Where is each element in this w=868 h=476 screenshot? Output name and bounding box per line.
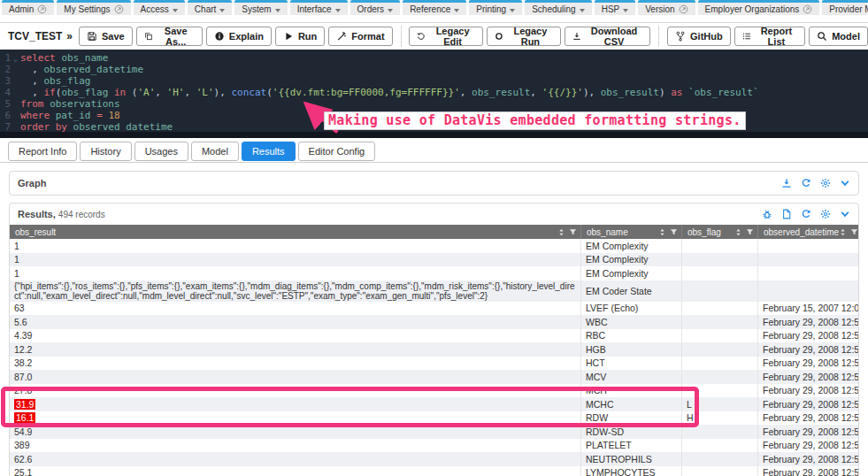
top-nav-tab[interactable]: My Settings <box>57 0 130 15</box>
cell-obs-flag <box>681 315 757 329</box>
tab-usages[interactable]: Usages <box>134 142 188 161</box>
editor-scroll-strip <box>0 132 868 138</box>
line-number: 6 <box>0 110 11 121</box>
cell-obs-result: 1 <box>10 253 580 267</box>
debug-icon[interactable] <box>762 209 772 219</box>
cell-obs-result: 38.2 <box>10 357 580 371</box>
button-label: Legacy Run <box>508 26 553 47</box>
top-nav-tab[interactable]: Version <box>638 0 695 15</box>
save-button[interactable]: Save <box>79 27 133 46</box>
chevron-down-icon[interactable] <box>840 178 850 188</box>
model-button[interactable]: Model <box>809 27 868 46</box>
column-header-obs_flag[interactable]: obs_flag <box>681 225 757 239</box>
sql-editor[interactable]: 1⌄select obs_name2 , observed_datetime3 … <box>0 50 868 138</box>
gear-icon[interactable] <box>820 209 831 219</box>
cell-obs-name: MCV <box>580 370 681 384</box>
line-number: 4 <box>0 87 11 98</box>
format-button[interactable]: Format <box>328 27 392 46</box>
top-nav-tab[interactable]: Orders <box>350 0 401 15</box>
filter-icon[interactable] <box>670 228 678 236</box>
top-nav-tab[interactable]: Interface <box>290 0 348 15</box>
refresh-icon[interactable] <box>801 178 811 188</box>
download-icon <box>572 31 581 42</box>
top-nav-tab[interactable]: Employer Organizations <box>698 0 820 15</box>
cell-observed-datetime: February 29, 2008 12:58 PM <box>757 329 858 343</box>
chevron-down-icon <box>275 9 280 12</box>
cell-observed-datetime: February 29, 2008 12:58 PM <box>757 370 858 384</box>
github-button[interactable]: GitHub <box>667 27 731 46</box>
chevron-down-icon <box>623 9 628 12</box>
column-header-obs_result[interactable]: obs_result <box>10 225 580 239</box>
search-icon <box>817 31 827 42</box>
table-row: 389PLATELETFebruary 29, 2008 12:58 PM <box>10 439 858 453</box>
cell-obs-flag: L <box>681 397 757 411</box>
cell-obs-name: RBC <box>580 329 681 343</box>
column-header-obs_name[interactable]: obs_name <box>580 225 681 239</box>
button-label: Legacy Edit <box>430 26 475 47</box>
sort-icon[interactable] <box>658 228 666 236</box>
chevron-down-icon[interactable] <box>840 209 850 219</box>
explain-button[interactable]: Explain <box>206 27 272 46</box>
column-header-observed_datetime[interactable]: observed_datetime <box>757 225 858 239</box>
sort-icon[interactable] <box>839 228 847 236</box>
top-nav-tab-label: My Settings <box>64 4 110 14</box>
top-nav-tab[interactable]: Access <box>134 0 185 15</box>
top-nav-tab[interactable]: Provider Management <box>822 0 868 15</box>
cell-obs-name: LVEF (Echo) <box>580 302 681 316</box>
tab-editor-config[interactable]: Editor Config <box>298 142 376 161</box>
legacy-run-button[interactable]: Legacy Run <box>487 27 561 46</box>
cell-obs-flag <box>681 302 757 316</box>
table-row: 87.0MCVFebruary 29, 2008 12:58 PM <box>10 370 858 384</box>
top-nav-tab[interactable]: Scheduling <box>525 0 591 15</box>
code-line: 2 , observed_datetime <box>0 64 868 75</box>
info-icon <box>214 31 225 42</box>
filter-icon[interactable] <box>569 228 577 236</box>
top-nav-tab-label: Version <box>645 4 674 14</box>
sort-icon[interactable] <box>734 228 742 236</box>
cell-obs-name: NEUTROPHILS <box>580 452 681 466</box>
legacy-edit-button[interactable]: Legacy Edit <box>409 27 483 46</box>
top-nav-tab[interactable]: System <box>234 0 287 15</box>
top-nav-tab[interactable]: Printing <box>469 0 522 15</box>
top-nav-tab[interactable]: Admin <box>2 0 54 15</box>
graph-panel-title: Graph <box>18 178 46 188</box>
download-icon[interactable] <box>781 178 792 188</box>
run-button[interactable]: Run <box>275 27 325 46</box>
cell-obs-name: HCT <box>580 357 681 371</box>
cell-observed-datetime: February 29, 2008 12:58 PM <box>757 466 858 476</box>
top-nav-tab[interactable]: HSP <box>595 0 636 15</box>
cell-obs-flag <box>681 357 757 371</box>
top-nav-tab[interactable]: Chart <box>188 0 232 15</box>
chevron-down-icon <box>219 9 225 12</box>
report-name: TCV_TEST <box>8 30 62 42</box>
cell-obs-flag <box>681 329 757 343</box>
line-number: 2 <box>0 64 11 75</box>
cell-obs-flag <box>681 342 757 357</box>
filter-icon[interactable] <box>746 228 754 236</box>
cell-observed-datetime: February 29, 2008 12:58 PM <box>757 357 858 371</box>
gear-icon[interactable] <box>820 178 831 188</box>
table-row: 25.1LYMPHOCYTESFebruary 29, 2008 12:58 P… <box>10 466 858 476</box>
top-nav-tab[interactable]: Reference <box>403 0 466 15</box>
chevron-down-icon <box>388 9 393 12</box>
top-nav-tab-label: Provider Management <box>829 4 868 14</box>
cell-obs-result: 12.2 <box>10 342 580 357</box>
tab-report-info[interactable]: Report Info <box>8 142 77 161</box>
filter-icon[interactable] <box>850 228 858 236</box>
record-count: 494 records <box>58 210 105 219</box>
tab-history[interactable]: History <box>80 142 131 161</box>
table-row: 16.1RDWHFebruary 29, 2008 12:58 PM <box>10 411 858 426</box>
cell-obs-name: EM Complexity <box>580 266 681 280</box>
chevron-down-icon <box>510 9 515 12</box>
tab-model[interactable]: Model <box>191 142 239 161</box>
external-link-icon <box>114 4 124 14</box>
report-name-expander[interactable]: » <box>66 30 73 42</box>
save-as-button[interactable]: Save As... <box>136 27 203 46</box>
refresh-icon[interactable] <box>801 209 811 219</box>
document-icon[interactable] <box>781 209 792 219</box>
report-list-button[interactable]: Report List <box>734 27 805 46</box>
sort-icon[interactable] <box>557 228 565 236</box>
button-label: Explain <box>229 31 264 42</box>
download-csv-button[interactable]: Download CSV <box>565 27 650 46</box>
tab-results[interactable]: Results <box>242 142 296 161</box>
